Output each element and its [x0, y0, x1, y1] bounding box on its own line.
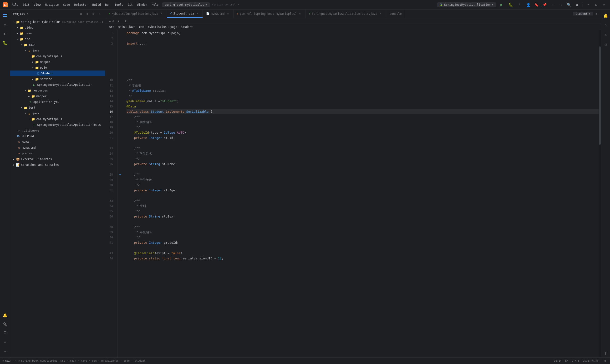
tab-student-dropdown[interactable]: student ▾ [573, 12, 593, 15]
bookmark-button[interactable]: 🔖 [533, 1, 540, 8]
menu-navigate[interactable]: Navigate [43, 3, 61, 7]
sidebar-icon-run[interactable]: ▶ [1, 29, 9, 38]
status-cursor[interactable]: 16:14 [554, 359, 562, 362]
panel-btn-close[interactable]: ✕ [97, 11, 102, 16]
breadcrumb-java[interactable]: java [129, 25, 135, 29]
breadcrumb-student[interactable]: Student [181, 25, 193, 29]
tree-item-scratches[interactable]: ▶ 📝 Scratches and Consoles [10, 162, 105, 168]
breadcrumb-pojo[interactable]: pojo [170, 25, 177, 29]
tree-item-root[interactable]: ▾ 📁 spring-boot-mybatisplus D:/spring-bo… [10, 19, 105, 25]
sidebar-icon-commit[interactable] [1, 21, 9, 29]
status-item-1[interactable]: ✓ [14, 359, 16, 362]
run-config[interactable]: 🍃 SpringBootMybati...lication ▾ [437, 2, 496, 7]
settings-button[interactable]: ⚙ [573, 1, 580, 8]
tree-item-student[interactable]: C Student [10, 70, 105, 76]
panel-btn-scope[interactable]: ◉ [78, 11, 84, 16]
sidebar-icon-plugins[interactable]: 🔌 [1, 320, 9, 328]
tab-pom-xml[interactable]: m pom.xml (spring-boot-mybatisplus) ✕ [234, 10, 305, 18]
code-lines[interactable]: package com.mybatisplus.pojo; import ...… [123, 30, 598, 357]
code-body[interactable]: 1 2 3 4 5 6 7 8 9 10 11 12 13 14 15 16 1… [105, 30, 601, 357]
sidebar-icon-notifications[interactable]: 🔔 [1, 311, 9, 319]
more-run-button[interactable]: ⋮ [516, 1, 523, 8]
vertical-scrollbar[interactable] [598, 30, 601, 357]
tree-item-test[interactable]: ▾ 📁 test [10, 105, 105, 111]
tab-mvnw-cmd[interactable]: 📄 mvnw.cmd ✕ [203, 10, 234, 18]
tree-item-mvnw-cmd[interactable]: m mvnw.cmd [10, 145, 105, 151]
menu-build[interactable]: Build [90, 3, 103, 7]
tree-item-test-com[interactable]: ▾ 📁 com.mybatisplus [10, 116, 105, 122]
tree-item-mapper[interactable]: ▶ 📁 mapper [10, 59, 105, 65]
right-icon-todo[interactable]: ☑ [602, 40, 610, 48]
tree-item-mvn[interactable]: ▶ 📁 .mvn [10, 30, 105, 36]
tree-item-service[interactable]: ▶ 📁 service [10, 76, 105, 82]
status-filetype[interactable]: QSQB:缩江版 [583, 359, 598, 363]
file-tree[interactable]: ▾ 📁 spring-boot-mybatisplus D:/spring-bo… [10, 18, 105, 357]
tab-close-mybatisplus-app[interactable]: ✕ [160, 12, 163, 16]
right-icon-git[interactable]: ⑃ [602, 21, 610, 29]
close-button[interactable]: ✕ [601, 2, 607, 7]
minimize-button[interactable]: ─ [585, 2, 592, 7]
sidebar-icon-terminal[interactable]: ⌨ [1, 338, 9, 346]
breadcrumb-main[interactable]: main [118, 25, 125, 29]
run-button[interactable]: ▶ [498, 1, 505, 8]
tab-close-student[interactable]: ✕ [195, 12, 199, 15]
version-control-label[interactable]: Version control [212, 3, 236, 6]
tab-mybatisplus-app[interactable]: ▶ MybatisplusApplication.java ✕ [105, 10, 167, 18]
menu-refactor[interactable]: Refactor [72, 3, 90, 7]
panel-title-arrow[interactable]: ▾ [27, 12, 29, 15]
back-button[interactable]: ← [549, 1, 556, 8]
search-everywhere-button[interactable]: 🔍 [565, 1, 572, 8]
forward-button[interactable]: → [557, 1, 564, 8]
tab-close-mvnw-cmd[interactable]: ✕ [226, 12, 230, 16]
project-selector[interactable]: spring-boot-mybatisplus ▾ [162, 2, 209, 7]
menu-edit[interactable]: Edit [21, 3, 31, 7]
maximize-button[interactable]: □ [593, 2, 599, 7]
menu-git[interactable]: Git [126, 3, 135, 7]
tree-item-pojo[interactable]: ▾ 📁 pojo [10, 65, 105, 70]
sidebar-icon-database[interactable]: 🗄 [1, 329, 9, 337]
breadcrumb-src[interactable]: src [109, 25, 114, 29]
tab-app-tests[interactable]: T SpringBootMybatisApplicationTests.java… [305, 10, 386, 18]
status-encoding[interactable]: UTF-8 [572, 359, 580, 362]
tree-item-ext-libs[interactable]: ▶ 📦 External Libraries [10, 156, 105, 162]
bookmark2-button[interactable]: 📌 [541, 1, 548, 8]
menu-view[interactable]: View [32, 3, 43, 7]
tab-close-pom-xml[interactable]: ✕ [298, 12, 302, 16]
tree-item-java[interactable]: ▾ ☕ java [10, 48, 105, 53]
tree-item-test-class[interactable]: T SpringBootMybatisplusApplicationTests [10, 122, 105, 128]
tree-item-mapper-res[interactable]: ▶ 📁 mapper [10, 93, 105, 99]
tree-item-com-mybatisplus[interactable]: ▾ 📁 com.mybatisplus [10, 53, 105, 59]
status-linesep[interactable]: LF [565, 359, 568, 362]
status-branch[interactable]: ⑃ main [2, 359, 12, 362]
menu-run[interactable]: Run [103, 3, 112, 7]
status-mem-icon[interactable]: m [602, 358, 608, 364]
menu-help[interactable]: Help [150, 3, 160, 7]
breadcrumb-mybatisplus[interactable]: mybatisplus [148, 25, 167, 29]
tab-student[interactable]: C Student.java ✕ [167, 10, 203, 18]
tab-bar-more-btn[interactable]: ≡ [594, 11, 599, 16]
tab-console[interactable]: console [386, 10, 405, 18]
tree-item-app-yaml[interactable]: Y application.yml [10, 99, 105, 105]
panel-btn-gear[interactable]: ⚙ [85, 11, 90, 16]
menu-tools[interactable]: Tools [113, 3, 125, 7]
tree-item-idea[interactable]: ▶ 📁 .idea [10, 25, 105, 30]
tree-item-test-java[interactable]: ▾ ☕ java [10, 111, 105, 116]
menu-file[interactable]: File [10, 3, 20, 7]
tree-item-main[interactable]: ▾ 📁 main [10, 42, 105, 48]
profile-button[interactable]: 👤 [525, 1, 532, 8]
status-item-run[interactable]: ▶ spring-boot-mybatisplus [19, 359, 57, 362]
breadcrumb-com[interactable]: com [139, 25, 144, 29]
tree-item-pom-xml[interactable]: m pom.xml [10, 151, 105, 156]
tree-item-resources[interactable]: ▾ 📁 resources [10, 88, 105, 93]
right-icon-translate[interactable]: T [602, 349, 610, 357]
find-prev-btn[interactable]: ▲ [116, 18, 121, 24]
tree-item-mvnw[interactable]: m mvnw [10, 139, 105, 145]
debug-button[interactable]: 🐛 [507, 1, 514, 8]
right-icon-problems[interactable]: ⚠ [602, 30, 610, 39]
menu-code[interactable]: Code [61, 3, 72, 7]
tree-item-gitignore[interactable]: ⊘ .gitignore [10, 128, 105, 133]
sidebar-icon-project[interactable] [1, 12, 9, 20]
right-icon-notifications[interactable]: 🔔 [602, 12, 610, 20]
sidebar-icon-debug[interactable]: 🐛 [1, 39, 9, 47]
menu-window[interactable]: Window [135, 3, 149, 7]
